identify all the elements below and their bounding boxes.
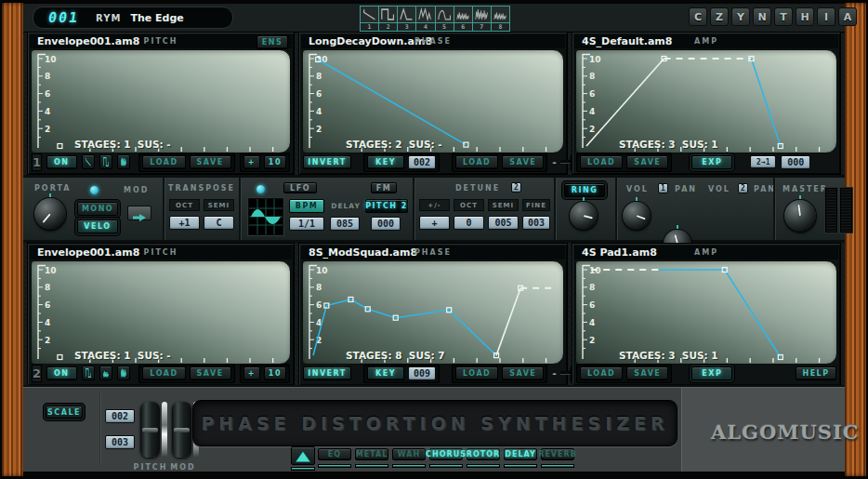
key-button[interactable]: KEY: [367, 155, 404, 169]
mono-button[interactable]: MONO: [77, 202, 118, 216]
save-button[interactable]: SAVE: [190, 366, 231, 380]
pitch-bend-range-value[interactable]: 002: [105, 409, 135, 423]
transpose-oct-value[interactable]: +1: [169, 216, 200, 230]
ring-button[interactable]: RING: [564, 183, 605, 197]
velo-button[interactable]: VELO: [77, 220, 118, 233]
noise-wave-icon[interactable]: [117, 366, 130, 380]
wave-slot-6[interactable]: 6: [454, 7, 473, 31]
envelope-target-label: AMP: [694, 37, 718, 46]
wave-slot-4[interactable]: 4: [416, 7, 435, 31]
wave-slot-2[interactable]: 2: [379, 7, 398, 31]
fx-eq-button[interactable]: EQ: [318, 448, 351, 460]
lfo-rate-value[interactable]: 1/1: [289, 217, 324, 231]
load-button[interactable]: LOAD: [580, 155, 623, 169]
logo-letter-z[interactable]: Z: [710, 7, 729, 26]
envelope-graph[interactable]: STAGES: 1 SUS: - 108642: [31, 49, 291, 153]
detune-oct-value[interactable]: 0: [454, 216, 484, 230]
noise-wave-icon[interactable]: [117, 154, 130, 169]
load-button[interactable]: LOAD: [455, 155, 498, 169]
wave-slot-7[interactable]: 7: [473, 7, 492, 31]
save-button[interactable]: SAVE: [626, 155, 668, 169]
level-meter-left: [825, 188, 837, 233]
copy-2-to-1-button[interactable]: 2→1: [750, 155, 776, 168]
exp-button[interactable]: EXP: [691, 366, 732, 380]
on-button[interactable]: ON: [46, 155, 77, 169]
wave-slot-3[interactable]: 3: [398, 7, 416, 31]
wave-slot-5[interactable]: 5: [436, 7, 454, 31]
master-knob[interactable]: [784, 200, 816, 232]
logo-letter-h[interactable]: H: [796, 7, 814, 26]
load-button[interactable]: LOAD: [580, 366, 623, 380]
porta-knob[interactable]: [34, 198, 66, 230]
envelope-graph[interactable]: STAGES: 3 SUS: 1 108642: [575, 260, 837, 365]
pitch2-fm-button[interactable]: PITCH 2: [365, 199, 408, 213]
slider-minus-label[interactable]: -: [552, 156, 557, 168]
ens-button[interactable]: ENS: [256, 35, 288, 49]
load-button[interactable]: LOAD: [142, 366, 185, 380]
invert-button[interactable]: INVERT: [303, 366, 351, 380]
key-button[interactable]: KEY: [367, 366, 404, 380]
fx-panel-toggle-button[interactable]: [291, 446, 315, 465]
lfo-delay-value[interactable]: 085: [330, 217, 360, 231]
load-button[interactable]: LOAD: [142, 155, 185, 169]
detune-semi-value[interactable]: 005: [488, 216, 519, 230]
save-button[interactable]: SAVE: [502, 366, 544, 380]
envelope-graph[interactable]: STAGES: 2 SUS: - 108642: [302, 49, 564, 153]
detune-fine-value[interactable]: 003: [522, 216, 550, 230]
logo-letter-i[interactable]: I: [817, 7, 835, 26]
preset-display[interactable]: 001 RYM The Edge: [33, 7, 233, 29]
envelope-file-name: 4S_Default.am8: [582, 35, 672, 47]
on-button[interactable]: ON: [46, 366, 77, 380]
help-button[interactable]: HELP: [796, 366, 836, 380]
bpm-sync-button[interactable]: BPM: [289, 199, 324, 213]
transpose-semi-value[interactable]: C: [204, 216, 234, 230]
noise-wave-icon[interactable]: [99, 366, 112, 380]
envelope-graph[interactable]: STAGES: 3 SUS: 1 108642: [575, 49, 837, 153]
fx-wah-button[interactable]: WAH: [392, 448, 426, 460]
square-wave-icon[interactable]: [82, 366, 95, 380]
load-button[interactable]: LOAD: [455, 366, 498, 380]
saw-wave-icon[interactable]: [82, 154, 95, 169]
mod-range-value[interactable]: 003: [105, 435, 135, 449]
save-button[interactable]: SAVE: [190, 155, 231, 169]
range-plus-button[interactable]: +: [243, 366, 260, 380]
range-plus-button[interactable]: +: [243, 155, 260, 169]
lfo-wave-display[interactable]: [248, 198, 283, 235]
logo-letter-t[interactable]: T: [774, 7, 793, 26]
stages-label: STAGES: 8 SUS: 7: [346, 350, 445, 361]
ring-knob[interactable]: [570, 202, 598, 230]
logo-letter-y[interactable]: Y: [731, 7, 750, 26]
copy-value[interactable]: 000: [781, 155, 810, 169]
mod-route-button[interactable]: [127, 206, 151, 220]
pitch-wheel[interactable]: [140, 402, 160, 458]
square-wave-icon[interactable]: [99, 154, 112, 169]
key-value[interactable]: 002: [408, 155, 436, 169]
fm-button[interactable]: FM: [371, 182, 397, 193]
fm-amount-value[interactable]: 000: [371, 217, 401, 231]
fx-chorus-button[interactable]: CHORUS: [429, 448, 463, 460]
scale-button[interactable]: SCALE: [46, 406, 83, 419]
slider-minus-label[interactable]: -: [552, 367, 557, 379]
envelope-graph[interactable]: STAGES: 8 SUS: 7 108642: [302, 260, 564, 365]
logo-letter-c[interactable]: C: [689, 7, 707, 26]
envelope-graph[interactable]: STAGES: 1 SUS: - 108642: [31, 260, 291, 365]
lfo-button[interactable]: LFO: [283, 182, 317, 193]
mod-wheel[interactable]: [172, 402, 191, 458]
range-value[interactable]: 10: [264, 366, 286, 380]
save-button[interactable]: SAVE: [626, 366, 668, 380]
wave-slot-8[interactable]: 8: [492, 7, 509, 31]
logo-letter-a[interactable]: A: [838, 7, 857, 26]
logo-letter-n[interactable]: N: [753, 7, 771, 26]
invert-button[interactable]: INVERT: [303, 155, 351, 169]
fx-delay-button[interactable]: DELAY: [504, 448, 537, 460]
fx-metal-button[interactable]: METAL: [355, 448, 388, 460]
vol1-knob[interactable]: [623, 202, 651, 230]
exp-button[interactable]: EXP: [691, 155, 732, 169]
fx-rotor-button[interactable]: ROTOR: [467, 448, 500, 460]
detune-sign-value[interactable]: +: [419, 216, 450, 230]
range-value[interactable]: 10: [264, 155, 286, 169]
wave-slot-1[interactable]: 1: [361, 7, 379, 31]
fx-reverb-button[interactable]: REVERB: [541, 448, 574, 460]
save-button[interactable]: SAVE: [502, 155, 544, 169]
key-value[interactable]: 009: [408, 366, 436, 380]
